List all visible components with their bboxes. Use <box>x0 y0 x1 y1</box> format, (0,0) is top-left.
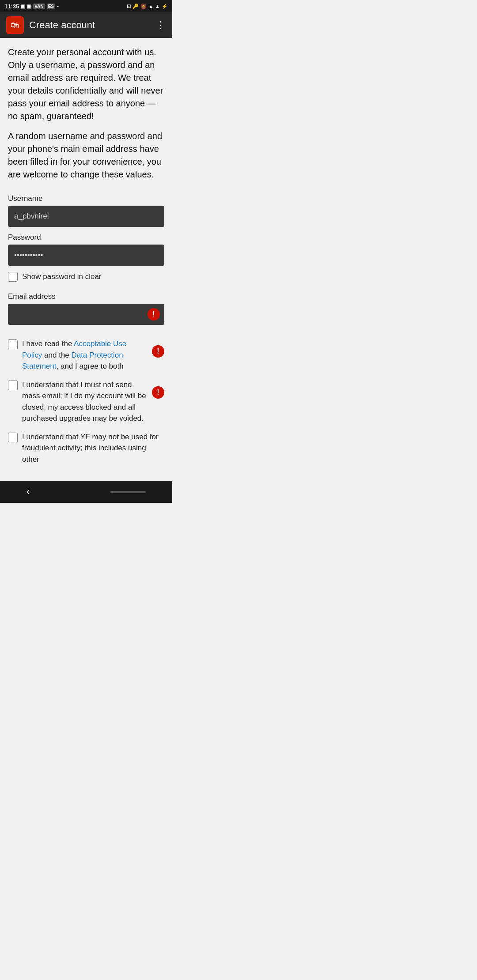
status-icon-van: VAN <box>33 4 45 9</box>
wifi-icon: ▲ <box>148 4 153 9</box>
email-input[interactable] <box>8 304 164 325</box>
status-icon-sim2: ▣ <box>27 4 31 9</box>
status-bar: 11:35 ▣ ▣ VAN ES • ⊡ 🔑 🔕 ▲ ▲ ⚡ <box>0 0 172 12</box>
logo-icon: 🛍 <box>11 20 19 30</box>
status-icon-sim1: ▣ <box>21 4 25 9</box>
nav-pill <box>110 491 146 493</box>
status-right: ⊡ 🔑 🔕 ▲ ▲ ⚡ <box>127 4 168 9</box>
username-input[interactable] <box>8 206 164 227</box>
password-label: Password <box>8 233 164 242</box>
username-label: Username <box>8 194 164 203</box>
agreement-text-3: I understand that YF may not be used for… <box>22 431 164 465</box>
more-menu-button[interactable]: ⋮ <box>156 19 166 31</box>
status-time: 11:35 <box>4 3 19 10</box>
battery-icon: ⚡ <box>162 4 168 9</box>
app-title: Create account <box>29 19 95 31</box>
email-label: Email address <box>8 292 164 301</box>
status-left: 11:35 ▣ ▣ VAN ES • <box>4 3 59 10</box>
show-password-checkbox[interactable] <box>8 272 18 282</box>
agreement-2-error-icon: ! <box>152 386 164 399</box>
app-bar: 🛍 Create account ⋮ <box>0 12 172 38</box>
content-area: Create your personal account with us. On… <box>0 38 172 481</box>
agreement-checkbox-3[interactable] <box>8 433 18 442</box>
intro-paragraph-1: Create your personal account with us. On… <box>8 46 164 123</box>
show-password-label[interactable]: Show password in clear <box>22 272 102 281</box>
mute-icon: 🔕 <box>140 4 147 9</box>
signal-icon: ▲ <box>155 4 160 9</box>
agreement-row-1: I have read the Acceptable Use Policy an… <box>8 338 164 372</box>
agreement-row-2: I understand that I must not send mass e… <box>8 379 164 424</box>
agreement-checkbox-2[interactable] <box>8 381 18 390</box>
status-dot: • <box>57 4 59 9</box>
agreement-row-3: I understand that YF may not be used for… <box>8 431 164 465</box>
cast-icon: ⊡ <box>127 4 131 9</box>
password-input[interactable] <box>8 245 164 266</box>
email-error-icon: ! <box>148 308 160 320</box>
status-icon-es: ES <box>47 4 55 9</box>
app-bar-left: 🛍 Create account <box>6 16 95 34</box>
registration-form: Username Password Show password in clear… <box>8 194 164 465</box>
email-input-wrapper: ! <box>8 304 164 325</box>
agreement-1-error-icon: ! <box>152 345 164 358</box>
intro-paragraph-2: A random username and password and your … <box>8 130 164 181</box>
bottom-nav: ‹ <box>0 481 172 503</box>
agreement-text-2: I understand that I must not send mass e… <box>22 379 148 424</box>
back-button[interactable]: ‹ <box>26 486 30 498</box>
key-icon: 🔑 <box>132 4 139 9</box>
agreement-checkbox-1[interactable] <box>8 339 18 349</box>
app-logo: 🛍 <box>6 16 24 34</box>
show-password-row: Show password in clear <box>8 272 164 282</box>
agreement-text-1: I have read the Acceptable Use Policy an… <box>22 338 148 372</box>
